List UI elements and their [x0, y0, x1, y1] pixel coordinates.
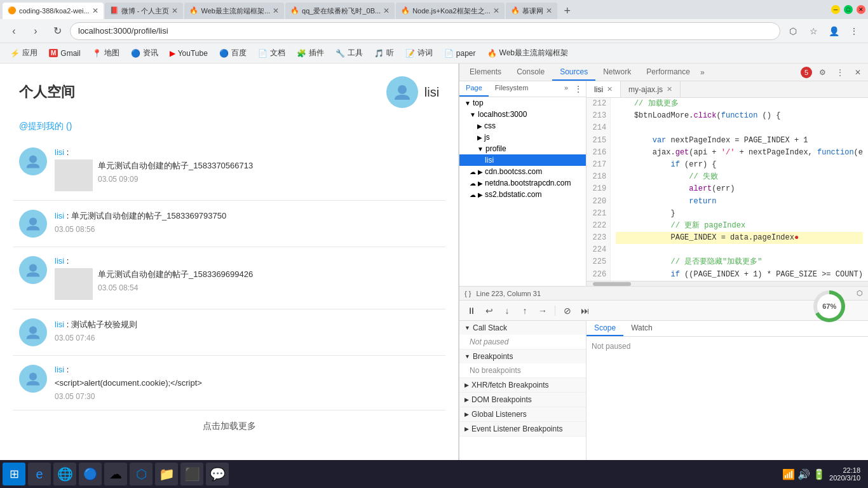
reload-button[interactable]: ↻ [48, 22, 66, 40]
devtools-more-icon[interactable]: ⋮ [832, 65, 848, 80]
tab-close-5[interactable]: ✕ [493, 6, 499, 15]
file-tree-tab-page[interactable]: Page [459, 81, 489, 97]
taskbar-wechat[interactable]: 💬 [206, 463, 229, 485]
cast-icon[interactable]: ⬡ [784, 22, 802, 40]
deactivate-breakpoints-button[interactable]: ⊘ [559, 304, 576, 318]
start-button[interactable]: ⊞ [3, 463, 25, 485]
bookmark-poetry[interactable]: 📝 诗词 [400, 46, 438, 60]
tab-close-3[interactable]: ✕ [273, 6, 279, 15]
bookmark-baidu[interactable]: 🔵 百度 [214, 46, 252, 60]
bookmark-youtube[interactable]: ▶ YouTube [165, 47, 213, 60]
bookmark-web-framework[interactable]: 🔥 Web最主流前端框架 [482, 46, 573, 60]
bookmark-plugins[interactable]: 🧩 插件 [292, 46, 329, 60]
tree-item-ss2[interactable]: ☁ ▶ ss2.bdstatic.com [459, 189, 586, 200]
xhr-header[interactable]: ▶ XHR/fetch Breakpoints [459, 378, 586, 392]
minimize-button[interactable]: ─ [831, 5, 840, 14]
post-author-4[interactable]: lisi [55, 320, 64, 329]
post-author-1[interactable]: lisi [55, 147, 64, 157]
pause-button[interactable]: ⏸ [463, 304, 480, 318]
code-tab-myajax[interactable]: my-ajax.js ✕ [621, 81, 681, 97]
tab-close-1[interactable]: ✕ [92, 6, 98, 15]
tab-3[interactable]: 🔥 Web最主流前端框架... ✕ [184, 3, 284, 19]
tab-close-2[interactable]: ✕ [172, 6, 178, 15]
tree-item-netdna[interactable]: ☁ ▶ netdna.bootstrapcdn.com [459, 177, 586, 189]
post-author-2[interactable]: lisi [55, 211, 64, 220]
async-stepping-button[interactable]: ⏭ [577, 304, 593, 318]
devtools-tab-elements[interactable]: Elements [462, 64, 509, 81]
close-button[interactable]: ✕ [857, 5, 865, 14]
code-tab-close-lisi[interactable]: ✕ [607, 85, 613, 93]
tab-close-6[interactable]: ✕ [546, 6, 552, 15]
devtools-tab-network[interactable]: Network [595, 64, 639, 81]
taskbar-chrome[interactable]: 🔵 [79, 463, 102, 485]
tree-item-cdn[interactable]: ☁ ▶ cdn.bootcss.com [459, 166, 586, 177]
file-tree-tab-filesystem[interactable]: Filesystem [489, 81, 535, 97]
taskbar-explorer[interactable]: 📁 [155, 463, 178, 485]
menu-icon[interactable]: ⋮ [845, 22, 863, 40]
code-body[interactable]: 212213214215216 217218219220221 22222322… [587, 98, 868, 281]
taskbar-volume-icon[interactable]: 🔊 [797, 468, 810, 480]
code-hscroll[interactable] [587, 281, 868, 286]
taskbar-baiduyun[interactable]: ☁ [104, 463, 127, 485]
bookmark-apps[interactable]: ⚡ 应用 [5, 46, 43, 60]
step-out-button[interactable]: ↑ [517, 304, 533, 318]
forward-button[interactable]: › [27, 22, 44, 40]
tab-6[interactable]: 🔥 慕课网 ✕ [506, 3, 557, 19]
tab-2[interactable]: 📕 微博 - 个人主页 ✕ [105, 3, 184, 19]
scope-tab-watch[interactable]: Watch [623, 321, 660, 336]
devtools-settings-icon[interactable]: ⚙ [815, 65, 830, 80]
tree-item-js[interactable]: ▶ js [459, 132, 586, 143]
devtools-tab-more[interactable]: » [698, 68, 707, 77]
post-author-5[interactable]: lisi [55, 365, 64, 374]
tree-item-profile[interactable]: ▼ profile [459, 143, 586, 154]
call-stack-header[interactable]: ▼ Call Stack [459, 321, 586, 335]
taskbar-vscode[interactable]: ⬡ [130, 463, 153, 485]
scope-tab-scope[interactable]: Scope [587, 321, 623, 336]
tab-active[interactable]: 🟠 coding-388/koa2-wei... ✕ [3, 3, 104, 19]
code-tab-close-myajax[interactable]: ✕ [667, 85, 672, 93]
bookmark-maps[interactable]: 📍 地图 [87, 46, 125, 60]
profile-icon[interactable]: 👤 [825, 22, 843, 40]
taskbar-ie[interactable]: e [28, 463, 51, 485]
global-listeners-header[interactable]: ▶ Global Listeners [459, 407, 586, 421]
bookmark-docs[interactable]: 📄 文档 [253, 46, 290, 60]
new-tab-button[interactable]: + [559, 3, 576, 19]
tab-close-4[interactable]: ✕ [383, 6, 390, 15]
bookmark-tools[interactable]: 🔧 工具 [330, 46, 368, 60]
file-tree-more[interactable]: » [562, 81, 571, 97]
load-more-button[interactable]: 点击加载更多 [0, 410, 458, 442]
breakpoints-header[interactable]: ▼ Breakpoints [459, 349, 586, 363]
bookmark-paper[interactable]: 📄 paper [439, 47, 481, 60]
post-author-3[interactable]: lisi [55, 256, 64, 266]
profile-mention[interactable]: @提到我的 () [19, 121, 72, 131]
bookmark-gmail[interactable]: M Gmail [44, 47, 86, 60]
devtools-tab-sources[interactable]: Sources [552, 64, 595, 81]
taskbar-network-icon[interactable]: 📶 [782, 468, 795, 480]
taskbar-terminal[interactable]: ⬛ [180, 463, 203, 485]
maximize-button[interactable]: □ [844, 5, 853, 14]
tab-5[interactable]: 🔥 Node.js+Koa2框架生之... ✕ [396, 3, 505, 19]
file-tree-menu-icon[interactable]: ⋮ [571, 81, 586, 97]
taskbar-edge[interactable]: 🌐 [53, 463, 76, 485]
back-button[interactable]: ‹ [5, 22, 23, 40]
dom-breakpoints-header[interactable]: ▶ DOM Breakpoints [459, 393, 586, 407]
address-bar[interactable]: localhost:3000/profile/lisi [70, 22, 780, 40]
devtools-tab-console[interactable]: Console [509, 64, 552, 81]
event-listener-header[interactable]: ▶ Event Listener Breakpoints [459, 422, 586, 436]
devtools-tab-performance[interactable]: Performance [639, 64, 698, 81]
devtools-close-icon[interactable]: ✕ [850, 65, 865, 80]
bookmark-news[interactable]: 🔵 资讯 [126, 46, 163, 60]
bookmark-listen[interactable]: 🎵 听 [369, 46, 399, 60]
tree-item-lisi[interactable]: lisi [459, 154, 586, 166]
tree-item-localhost[interactable]: ▼ localhost:3000 [459, 109, 586, 120]
tab-4[interactable]: 🔥 qq_爱在续番粉飞时_0B... ✕ [285, 3, 395, 19]
tree-item-css[interactable]: ▶ css [459, 120, 586, 132]
bookmark-icon[interactable]: ☆ [804, 22, 822, 40]
tree-item-top[interactable]: ▼ top [459, 97, 586, 109]
step-button[interactable]: → [534, 304, 551, 318]
step-into-button[interactable]: ↓ [499, 304, 515, 318]
taskbar-battery-icon[interactable]: 🔋 [813, 468, 825, 480]
code-tab-lisi[interactable]: lisi ✕ [587, 81, 621, 97]
step-over-button[interactable]: ↩ [481, 304, 498, 318]
youtube-icon: ▶ [170, 49, 175, 58]
